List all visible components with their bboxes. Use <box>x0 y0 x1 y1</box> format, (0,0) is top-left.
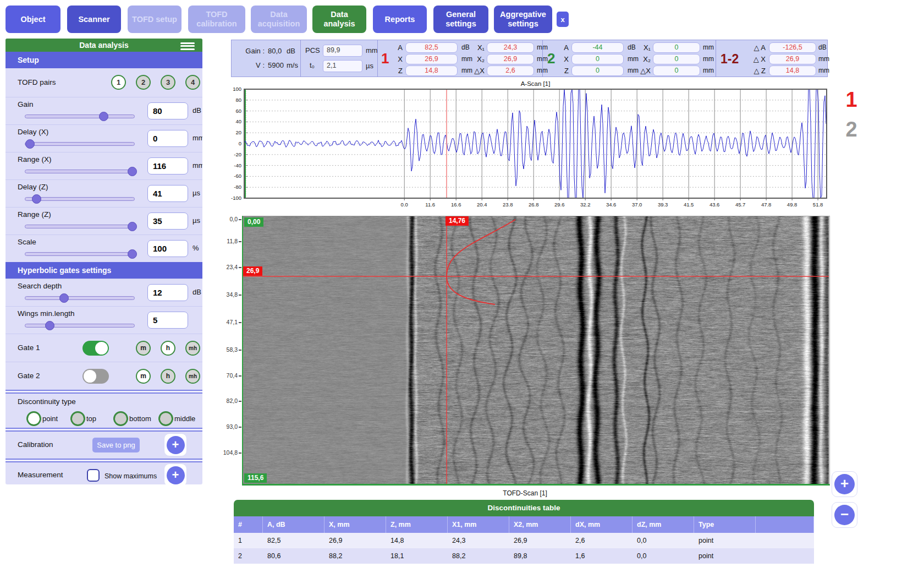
gate-2-mh-button[interactable]: mh <box>185 369 200 384</box>
tick-mark <box>239 350 241 351</box>
input-scale[interactable] <box>147 240 188 257</box>
value-label: △ A <box>744 43 766 52</box>
slider-delay-z[interactable] <box>25 197 135 201</box>
a-scan-chart[interactable]: A-Scan [1]100806040200-20-40-60-80-1000.… <box>231 80 828 211</box>
slider-thumb[interactable] <box>128 167 137 176</box>
column-header-empty <box>756 516 814 533</box>
pcs-input[interactable]: 89,9 <box>323 45 362 57</box>
measurement-row: Measurement Show maximums + <box>6 462 202 484</box>
tofd-axis-tick: 47,1 <box>222 319 238 325</box>
close-button[interactable]: x <box>557 12 569 27</box>
tab-data-acquisition[interactable]: Data acquisition <box>251 6 307 33</box>
slider-thumb[interactable] <box>128 249 137 259</box>
table-row[interactable]: 182,526,914,824,326,92,60,0point <box>234 533 814 548</box>
slider-scale[interactable] <box>25 252 135 256</box>
column-header-type: Type <box>694 516 756 533</box>
table-header-row: #A, dBX, mmZ, mmX1, mmX2, mmdX, mmdZ, mm… <box>234 516 814 533</box>
table-cell: 0,0 <box>632 548 694 564</box>
svg-text:32.2: 32.2 <box>580 201 591 208</box>
table-cell: 2,6 <box>571 533 632 548</box>
delta-label: 1-2 <box>721 52 739 67</box>
tofd-bscan-canvas[interactable] <box>243 216 829 484</box>
tab-aggregative-settings[interactable]: Aggregative settings <box>494 6 552 33</box>
point-2-marker[interactable]: 2 <box>839 118 864 141</box>
minus-icon: − <box>834 505 855 525</box>
remove-discontinuity-button[interactable]: − <box>832 502 857 528</box>
calibration-add-button[interactable]: + <box>164 433 187 456</box>
tofd-pair-3[interactable]: 3 <box>161 75 175 90</box>
input-range-x[interactable] <box>147 157 188 175</box>
input-search-depth[interactable] <box>147 284 188 301</box>
radio-bottom[interactable] <box>113 411 128 426</box>
a-scan-svg[interactable]: A-Scan [1]100806040200-20-40-60-80-1000.… <box>231 80 828 211</box>
tofd-pair-4[interactable]: 4 <box>185 75 200 90</box>
gate-2-m-button[interactable]: m <box>136 369 151 384</box>
slider-thumb[interactable] <box>45 321 54 330</box>
input-gain[interactable] <box>147 102 188 119</box>
slider-range-z[interactable] <box>25 225 135 228</box>
measurement-add-button[interactable]: + <box>164 464 187 484</box>
slider-row-wings-min-length: Wings min.length <box>6 306 202 334</box>
point-1-marker[interactable]: 1 <box>839 88 864 112</box>
value-box: -44 <box>571 42 624 53</box>
slider-delay-x[interactable] <box>25 142 135 146</box>
gate-1-toggle[interactable] <box>82 341 109 356</box>
tofd-pair-1[interactable]: 1 <box>111 75 126 90</box>
slider-search-depth[interactable] <box>25 296 135 300</box>
unit-label: mm <box>703 55 714 63</box>
delta-1-2-section: 1-2 △ A-126,5dB△ X26,9mm△ Z14,8mm <box>716 40 828 77</box>
gate-2-h-button[interactable]: h <box>161 369 175 384</box>
svg-text:-40: -40 <box>234 162 241 168</box>
slider-label: Scale <box>18 238 36 246</box>
gate-1-h-button[interactable]: h <box>161 341 175 356</box>
slider-gain[interactable] <box>25 114 135 118</box>
slider-thumb[interactable] <box>99 112 108 121</box>
slider-thumb[interactable] <box>128 222 137 231</box>
gate-1-mh-button[interactable]: mh <box>185 341 200 356</box>
tofd-image[interactable]: 0,00 14,76 26,9 115,6 <box>242 216 830 486</box>
radio-top[interactable] <box>70 411 85 426</box>
input-delay-x[interactable] <box>147 130 188 147</box>
input-delay-z[interactable] <box>147 185 188 202</box>
t0-input[interactable]: 2,1 <box>323 60 362 72</box>
svg-text:49.8: 49.8 <box>787 201 798 208</box>
gate-2-toggle[interactable] <box>82 369 109 384</box>
tab-data-analysis[interactable]: Data analysis <box>312 6 366 33</box>
unit-label: dB <box>193 288 201 296</box>
tofd-title: TOFD-Scan [1] <box>222 489 828 497</box>
input-range-z[interactable] <box>147 212 188 230</box>
tab-tofd-calibration[interactable]: TOFD calibration <box>188 6 245 33</box>
table-title: Discontinuities table <box>234 500 814 516</box>
gate-1-m-button[interactable]: m <box>136 341 151 356</box>
slider-thumb[interactable] <box>25 139 35 149</box>
divider <box>6 459 202 462</box>
tab-reports[interactable]: Reports <box>373 6 427 33</box>
slider-label: Search depth <box>18 282 62 290</box>
radio-middle[interactable] <box>158 411 173 426</box>
value-box: 0 <box>653 42 700 53</box>
save-to-png-button[interactable]: Save to png <box>92 438 140 452</box>
calibration-row: Calibration Save to png + <box>6 432 202 459</box>
add-discontinuity-button[interactable]: + <box>832 471 857 497</box>
input-wings-min-length[interactable] <box>147 312 188 329</box>
tab-tofd-setup[interactable]: TOFD setup <box>128 6 182 33</box>
table-row[interactable]: 280,688,218,188,289,81,60,0point <box>234 548 814 564</box>
show-maximums-label: Show maximums <box>105 472 157 480</box>
menu-icon[interactable] <box>180 41 195 51</box>
table-cell: 80,6 <box>263 548 324 564</box>
value-box: 0 <box>653 66 700 76</box>
show-maximums-checkbox[interactable] <box>87 469 100 482</box>
svg-text:37.0: 37.0 <box>632 201 642 208</box>
slider-wings-min-length[interactable] <box>25 324 135 328</box>
tofd-axis-tick: 23,4 <box>222 264 238 270</box>
slider-range-x[interactable] <box>25 170 135 173</box>
radio-point[interactable] <box>26 411 41 426</box>
tab-general-settings[interactable]: General settings <box>433 6 488 33</box>
slider-thumb[interactable] <box>32 194 41 204</box>
tofd-pair-2[interactable]: 2 <box>136 75 151 90</box>
svg-text:40: 40 <box>235 118 241 124</box>
tab-scanner[interactable]: Scanner <box>67 6 121 33</box>
slider-thumb[interactable] <box>59 293 69 303</box>
discontinuity-type-label: Discontinuity type <box>18 397 76 406</box>
tab-object[interactable]: Object <box>6 6 61 33</box>
